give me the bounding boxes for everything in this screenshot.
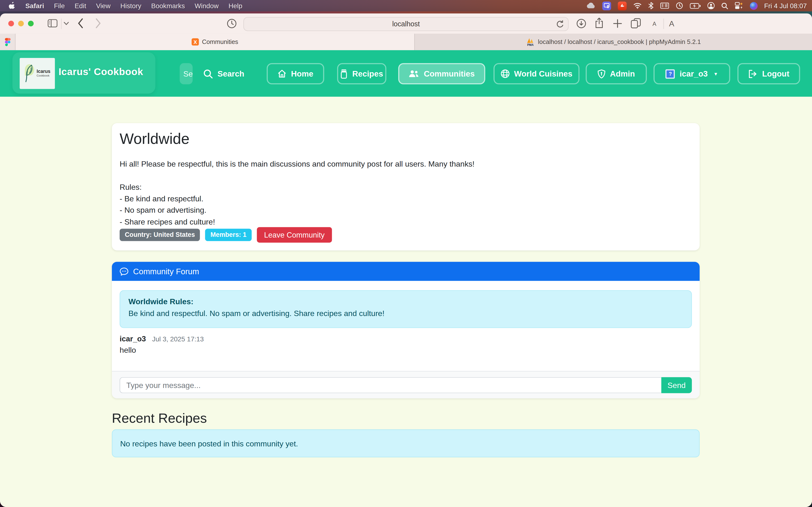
history-clock-icon[interactable] — [227, 18, 237, 29]
nav-admin-button[interactable]: Admin — [586, 63, 647, 84]
recent-recipes-heading: Recent Recipes — [112, 410, 207, 426]
tab-phpmyadmin[interactable]: PMA localhost / localhost / icarus_cookb… — [414, 34, 812, 50]
toolbar-divider — [663, 18, 664, 29]
message-author: icar_o3 — [120, 335, 146, 343]
menu-file[interactable]: File — [54, 2, 65, 10]
menu-bar-clock[interactable]: Fri 4 Jul 08:07 — [764, 2, 807, 10]
screen-sharing-icon[interactable] — [602, 1, 611, 10]
apple-icon[interactable] — [9, 2, 15, 10]
site-title: Icarus' Cookbook — [58, 66, 143, 77]
forum-header-label: Community Forum — [133, 267, 199, 276]
back-button[interactable] — [78, 18, 83, 29]
username-label: icar_o3 — [679, 69, 708, 78]
menu-safari[interactable]: Safari — [26, 2, 44, 10]
search-icon — [203, 69, 213, 78]
tab-title: Communities — [202, 38, 238, 46]
message-compose-bar: Send — [112, 371, 700, 398]
nav-recipes-button[interactable]: Recipes — [337, 63, 387, 84]
menu-view[interactable]: View — [96, 2, 111, 10]
community-description: Hi all! Please be respectful, this is th… — [120, 158, 692, 170]
send-button[interactable]: Send — [661, 377, 692, 393]
nav-label: Logout — [762, 69, 790, 78]
members-badge: Members: 1 — [205, 229, 252, 241]
tab-overview-icon[interactable] — [631, 18, 641, 29]
logout-button[interactable]: Logout — [737, 63, 800, 84]
feather-icon — [24, 64, 34, 83]
community-title: Worldwide — [120, 130, 692, 148]
reload-icon[interactable] — [556, 20, 564, 29]
forum-header: Community Forum — [112, 262, 700, 281]
nav-communities-button[interactable]: Communities — [398, 63, 485, 84]
menu-history[interactable]: History — [120, 2, 141, 10]
cloud-icon[interactable] — [586, 3, 596, 9]
nav-label: World Cuisines — [514, 69, 572, 78]
search-link[interactable]: Search — [203, 63, 244, 84]
forward-button[interactable] — [95, 18, 101, 29]
nav-world-cuisines-button[interactable]: World Cuisines — [494, 63, 579, 84]
toolbar-divider — [61, 18, 62, 29]
leave-community-button[interactable]: Leave Community — [257, 227, 332, 243]
user-menu-button[interactable]: ? icar_o3 ▼ — [654, 63, 730, 84]
search-label: Search — [217, 69, 244, 78]
screen: Safari File Edit View History Bookmarks … — [0, 0, 812, 507]
time-machine-icon[interactable] — [676, 2, 683, 9]
nav-label: Home — [291, 69, 313, 78]
figma-icon — [4, 38, 11, 46]
keyboard-icon[interactable] — [660, 3, 669, 9]
bluetooth-icon[interactable] — [648, 2, 653, 9]
shield-icon — [598, 69, 605, 78]
forum-message: icar_o3 Jul 3, 2025 17:13 hello — [120, 335, 204, 354]
address-url: localhost — [392, 20, 420, 28]
menu-bar-status-area: Fri 4 Jul 08:07 — [586, 0, 807, 11]
hand-app-icon[interactable] — [618, 1, 626, 10]
chat-bubble-icon — [120, 267, 128, 276]
message-timestamp: Jul 3, 2025 17:13 — [152, 335, 204, 343]
people-icon — [409, 70, 419, 77]
new-tab-icon[interactable] — [613, 19, 622, 28]
chevron-down-icon: ▼ — [713, 71, 718, 76]
broken-avatar-icon: ? — [666, 69, 675, 78]
downloads-icon[interactable] — [576, 18, 586, 29]
battery-icon[interactable] — [690, 3, 700, 9]
decrease-text-size-button[interactable]: A — [653, 21, 656, 27]
pinned-tab-figma[interactable] — [0, 34, 15, 50]
menu-edit[interactable]: Edit — [75, 2, 86, 10]
menu-bar-left: Safari File Edit View History Bookmarks … — [0, 2, 242, 10]
community-info-card: Worldwide Hi all! Please be respectful, … — [112, 123, 700, 250]
menu-help[interactable]: Help — [229, 2, 242, 10]
zoom-window-button[interactable] — [28, 21, 34, 26]
message-input[interactable] — [120, 377, 661, 393]
forum-rules-alert: Worldwide Rules: Be kind and respectful.… — [120, 290, 692, 328]
nav-home-button[interactable]: Home — [267, 63, 324, 84]
home-icon — [277, 69, 286, 78]
menu-bookmarks[interactable]: Bookmarks — [151, 2, 185, 10]
sidebar-toggle-icon[interactable] — [48, 19, 57, 27]
tab-communities[interactable]: X Communities — [15, 34, 414, 50]
site-logo[interactable]: Icarus Cookbook — [19, 58, 55, 89]
user-account-icon[interactable] — [707, 2, 714, 9]
tab-bar: X Communities PMA localhost / localhost … — [0, 34, 812, 50]
logout-icon — [748, 69, 758, 78]
site-header: Icarus Cookbook Icarus' Cookbook Se Sear… — [0, 50, 812, 97]
forum-card: Community Forum Worldwide Rules: Be kind… — [112, 262, 700, 398]
address-bar[interactable]: localhost — [243, 17, 569, 31]
forum-message-list: Worldwide Rules: Be kind and respectful.… — [112, 281, 700, 371]
switch-control-icon[interactable] — [735, 2, 743, 9]
minimize-window-button[interactable] — [18, 21, 24, 26]
share-icon[interactable] — [595, 18, 603, 29]
svg-text:PMA: PMA — [527, 43, 534, 46]
globe-icon — [501, 69, 509, 78]
search-toggle-clipped[interactable]: Se — [180, 63, 193, 84]
nav-label: Recipes — [352, 69, 383, 78]
siri-icon[interactable] — [750, 2, 757, 10]
close-window-button[interactable] — [8, 21, 14, 26]
tab-title: localhost / localhost / icarus_cookbook … — [538, 38, 701, 46]
menu-window[interactable]: Window — [195, 2, 219, 10]
nav-label: Communities — [424, 69, 475, 78]
wifi-icon[interactable] — [633, 3, 642, 9]
no-recipes-alert: No recipes have been posted in this comm… — [112, 430, 700, 457]
forum-rules-title: Worldwide Rules: — [128, 297, 683, 306]
spotlight-icon[interactable] — [721, 2, 728, 9]
increase-text-size-button[interactable]: A — [669, 19, 674, 28]
sidebar-chevron-icon[interactable] — [64, 22, 69, 25]
